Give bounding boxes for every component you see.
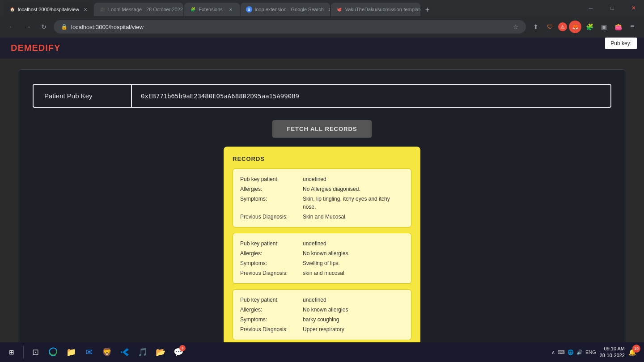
record-symptoms-label-3: Symptoms: (240, 316, 303, 324)
taskbar-edge-icon[interactable] (45, 344, 61, 360)
tab-close-3[interactable]: ✕ (227, 6, 234, 13)
tab-close-4[interactable]: ✕ (328, 6, 330, 13)
address-text: localhost:3000/hospital/view (71, 24, 144, 30)
extensions-icon[interactable]: 🧩 (583, 21, 596, 33)
record-row-symptoms-3: Symptoms: barky coughing (240, 316, 404, 324)
back-button[interactable]: ← (5, 21, 18, 33)
record-card-3: Pub key patient: undefined Allergies: No… (233, 289, 411, 340)
record-prevdiag-value-1: Skin and Mucosal. (303, 213, 404, 221)
wallet-icon[interactable]: 👛 (612, 21, 624, 33)
tab-loom[interactable]: 🎥 Loom Message - 28 October 2022 ✕ (94, 3, 183, 16)
volume-icon[interactable]: 🔊 (576, 349, 583, 355)
record-allergies-value-1: No Allergies diagonised. (303, 185, 404, 193)
lock-icon: 🔒 (61, 24, 68, 30)
minimize-button[interactable]: ─ (580, 0, 601, 16)
record-allergies-value-3: No known allergies (303, 306, 404, 314)
lang-label: ENG (585, 349, 596, 355)
share-icon[interactable]: ⬆ (530, 21, 542, 33)
tab-label-3: Extensions (199, 7, 223, 12)
records-title: RECORDS (233, 156, 411, 162)
patient-pub-key-label: Patient Pub Key (33, 84, 131, 108)
record-allergies-label-2: Allergies: (240, 249, 303, 257)
tab-extensions[interactable]: 🧩 Extensions ✕ (184, 3, 240, 16)
profile-avatar[interactable]: 🦊 (569, 21, 581, 33)
taskbar-mail-icon[interactable]: ✉ (81, 344, 97, 360)
record-prevdiag-label-1: Previous Diagnosis: (240, 213, 303, 221)
tab-hospital-view[interactable]: 🏠 localhost:3000/hospital/view ✕ (4, 3, 93, 16)
patient-pub-key-row: Patient Pub Key 0xEB771b65b9aE23480E05aA… (33, 84, 611, 108)
app-logo: DEMEDIFY (11, 43, 60, 53)
patient-pub-key-value-text: 0xEB771b65b9aE23480E05aA68802D95aa15A990… (141, 93, 299, 100)
record-symptoms-value-3: barky coughing (303, 316, 404, 324)
taskbar-right: ∧ ⌨ 🌐 🔊 ENG 09:10 AM 28-10-2022 🔔 19 (551, 345, 640, 359)
sys-tray: ∧ ⌨ 🌐 🔊 ENG (551, 349, 596, 355)
address-input-container[interactable]: 🔒 localhost:3000/hospital/view ☆ (54, 20, 526, 34)
pub-key-panel: Pub key: (605, 38, 637, 49)
network-icon[interactable]: 🌐 (568, 349, 574, 355)
reload-button[interactable]: ↻ (38, 21, 50, 33)
tab-google-search[interactable]: G loop extension - Google Search ✕ (241, 3, 330, 16)
window-controls: ─ □ ✕ (580, 0, 644, 16)
forward-button[interactable]: → (21, 21, 34, 33)
new-tab-button[interactable]: + (421, 4, 434, 16)
fetch-btn-row: FETCH ALL RECORDS (33, 120, 611, 138)
records-section: RECORDS Pub key patient: undefined Aller… (224, 147, 420, 349)
taskbar-spotify-icon[interactable]: 🎵 (135, 344, 151, 360)
taskbar-clock[interactable]: 09:10 AM 28-10-2022 (600, 345, 625, 359)
record-symptoms-value-1: Skin, lip tingling, itchy eyes and itchy… (303, 195, 404, 211)
sidebar-icon[interactable]: ▣ (597, 21, 610, 33)
menu-icon[interactable]: ≡ (626, 21, 639, 33)
record-prevdiag-value-2: skin and mucosal. (303, 269, 404, 277)
brave-shield-icon[interactable]: 🛡 (544, 21, 556, 33)
record-row-symptoms-1: Symptoms: Skin, lip tingling, itchy eyes… (240, 195, 404, 211)
keyboard-icon: ⌨ (558, 349, 565, 355)
tab-favicon-3: 🧩 (190, 6, 196, 13)
patient-pub-key-value[interactable]: 0xEB771b65b9aE23480E05aA68802D95aa15A990… (131, 84, 611, 108)
record-pubkey-value-3: undefined (303, 296, 404, 304)
record-pubkey-label-3: Pub key patient: (240, 296, 303, 304)
record-row-pubkey-3: Pub key patient: undefined (240, 296, 404, 304)
main-content: DEMEDIFY Patient Pub Key 0xEB771b65b9aE2… (0, 38, 644, 362)
warning-icon[interactable]: ⚠ (558, 22, 567, 31)
taskbar-task-view[interactable]: ⊡ (27, 344, 43, 360)
record-symptoms-value-2: Swelling of lips. (303, 259, 404, 267)
tab-github[interactable]: 🐙 VakuTheDaku/submission-template-M ✕ (331, 3, 420, 16)
app-header: DEMEDIFY (0, 38, 644, 59)
record-card-1: Pub key patient: undefined Allergies: No… (233, 168, 411, 227)
tab-favicon-5: 🐙 (336, 6, 343, 13)
record-row-prevdiag-2: Previous Diagnosis: skin and mucosal. (240, 269, 404, 277)
start-button[interactable]: ⊞ (4, 344, 20, 360)
record-row-pubkey-2: Pub key patient: undefined (240, 240, 404, 248)
record-allergies-label-1: Allergies: (240, 185, 303, 193)
record-row-allergies-1: Allergies: No Allergies diagonised. (240, 185, 404, 193)
record-symptoms-label-1: Symptoms: (240, 195, 303, 211)
taskbar-brave-icon[interactable]: 🦁 (99, 344, 115, 360)
tab-label-5: VakuTheDaku/submission-template-M (345, 7, 420, 12)
record-row-prevdiag-1: Previous Diagnosis: Skin and Mucosal. (240, 213, 404, 221)
clock-time: 09:10 AM (600, 345, 625, 352)
tab-favicon-1: 🏠 (9, 6, 15, 13)
content-card: Patient Pub Key 0xEB771b65b9aE23480E05aA… (18, 69, 626, 362)
taskbar-folder2-icon[interactable]: 📂 (153, 344, 169, 360)
close-window-button[interactable]: ✕ (623, 0, 644, 16)
taskbar-whatsapp-icon[interactable]: 💬 9 (170, 344, 186, 360)
svg-marker-0 (123, 348, 129, 356)
record-pubkey-value-1: undefined (303, 175, 404, 183)
notification-badge: 19 (632, 345, 640, 353)
tab-label-2: Loom Message - 28 October 2022 (108, 7, 183, 12)
maximize-button[interactable]: □ (602, 0, 623, 16)
tab-label-4: loop extension - Google Search (255, 7, 324, 12)
fetch-all-records-button[interactable]: FETCH ALL RECORDS (272, 120, 371, 138)
record-allergies-label-3: Allergies: (240, 306, 303, 314)
record-pubkey-label-2: Pub key patient: (240, 240, 303, 248)
record-prevdiag-value-3: Upper respiratory (303, 325, 404, 333)
bookmark-icon[interactable]: ☆ (513, 23, 519, 30)
tab-favicon-2: 🎥 (99, 6, 106, 13)
sys-tray-expand[interactable]: ∧ (551, 349, 555, 355)
record-row-pubkey-1: Pub key patient: undefined (240, 175, 404, 183)
record-pubkey-value-2: undefined (303, 240, 404, 248)
record-prevdiag-label-3: Previous Diagnosis: (240, 325, 303, 333)
taskbar-vscode-icon[interactable] (117, 344, 133, 360)
tab-close-1[interactable]: ✕ (84, 6, 88, 13)
taskbar-files-icon[interactable]: 📁 (63, 344, 79, 360)
